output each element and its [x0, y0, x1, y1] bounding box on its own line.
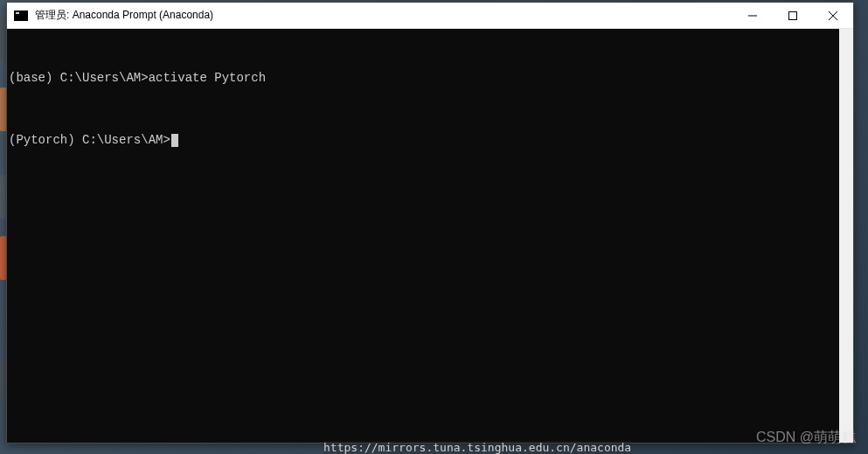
terminal-prompt-line: (Pytorch) C:\Users\AM> — [7, 132, 839, 150]
svg-rect-1 — [789, 11, 797, 19]
maximize-icon — [788, 11, 797, 20]
terminal-icon — [14, 10, 28, 21]
close-button[interactable] — [813, 3, 853, 28]
titlebar[interactable]: 管理员: Anaconda Prompt (Anaconda) — [7, 3, 853, 29]
terminal-line: (base) C:\Users\AM>activate Pytorch — [7, 70, 839, 87]
minimize-button[interactable] — [733, 3, 773, 28]
scrollbar-thumb[interactable] — [840, 29, 852, 443]
terminal-prompt-text: (Pytorch) C:\Users\AM> — [9, 133, 170, 147]
minimize-icon — [748, 11, 757, 20]
maximize-button[interactable] — [773, 3, 813, 28]
window-title: 管理员: Anaconda Prompt (Anaconda) — [35, 8, 733, 23]
terminal-body-wrap: (base) C:\Users\AM>activate Pytorch (Pyt… — [7, 29, 853, 443]
terminal-body[interactable]: (base) C:\Users\AM>activate Pytorch (Pyt… — [7, 29, 839, 443]
partial-url-text: https://mirrors.tuna.tsinghua.edu.cn/ana… — [323, 441, 631, 454]
window-controls — [733, 3, 853, 28]
terminal-window: 管理员: Anaconda Prompt (Anaconda) (base) C… — [6, 2, 854, 444]
cursor — [171, 134, 178, 147]
close-icon — [829, 11, 837, 20]
scrollbar[interactable]: ▴ — [839, 29, 853, 443]
